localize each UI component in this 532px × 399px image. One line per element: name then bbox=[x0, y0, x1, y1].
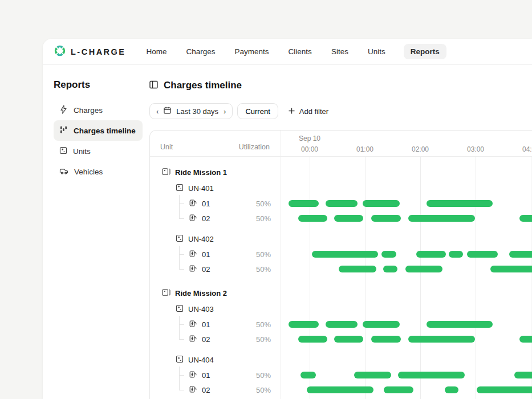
utilization-value: 50% bbox=[256, 265, 271, 274]
unit-row[interactable]: UN-403 bbox=[150, 302, 281, 316]
charge-session-bar[interactable] bbox=[371, 215, 401, 222]
charge-session-bar[interactable] bbox=[289, 200, 319, 207]
top-navigation-bar: L-CHARGE HomeChargesPaymentsClientsSites… bbox=[43, 39, 532, 65]
connector-name: 02 bbox=[202, 386, 210, 394]
unit-row[interactable]: UN-404 bbox=[150, 352, 281, 367]
charge-session-bar[interactable] bbox=[477, 386, 532, 393]
current-button[interactable]: Current bbox=[237, 103, 278, 119]
charge-session-bar[interactable] bbox=[371, 336, 401, 343]
connector-row[interactable]: 0250% bbox=[150, 262, 281, 276]
nav-item-charges[interactable]: Charges bbox=[185, 44, 217, 59]
charge-session-bar[interactable] bbox=[312, 251, 378, 258]
charge-session-bar[interactable] bbox=[384, 386, 413, 393]
table-body: Ride Mission 1UN-4010150%0250%UN-4020150… bbox=[150, 157, 532, 399]
charge-session-bar[interactable] bbox=[519, 336, 532, 343]
charge-session-bar[interactable] bbox=[416, 251, 445, 258]
charge-session-bar[interactable] bbox=[490, 266, 532, 272]
plus-icon bbox=[289, 107, 295, 116]
charge-session-bar[interactable] bbox=[514, 372, 532, 378]
timeline-gridline bbox=[365, 157, 366, 399]
unit-row[interactable]: UN-401 bbox=[150, 181, 281, 196]
charge-session-bar[interactable] bbox=[381, 251, 396, 258]
site-name: Ride Mission 1 bbox=[175, 168, 227, 177]
sidebar-item-charges[interactable]: Charges bbox=[54, 100, 109, 120]
charge-session-bar[interactable] bbox=[334, 215, 363, 222]
connector-row[interactable]: 0250% bbox=[150, 211, 281, 226]
panel-layout-icon bbox=[149, 80, 158, 91]
connector-row[interactable]: 0150% bbox=[150, 247, 281, 262]
connector-name: 02 bbox=[202, 214, 210, 223]
charge-session-bar[interactable] bbox=[339, 266, 376, 272]
sidebar-item-units[interactable]: Units bbox=[54, 141, 98, 161]
connector-icon bbox=[189, 335, 197, 344]
nav-item-clients[interactable]: Clients bbox=[287, 44, 313, 59]
page-title: Charges timeline bbox=[164, 80, 242, 91]
charge-session-bar[interactable] bbox=[405, 266, 442, 272]
page-header: Charges timeline bbox=[149, 78, 532, 93]
brand-logo[interactable]: L-CHARGE bbox=[54, 45, 126, 59]
charge-session-bar[interactable] bbox=[300, 372, 315, 378]
sidebar-item-label: Units bbox=[73, 147, 91, 156]
add-filter-button[interactable]: Add filter bbox=[289, 107, 328, 116]
axis-time-tick: 02:00 bbox=[412, 145, 429, 153]
tree-connector-line bbox=[179, 339, 184, 340]
charge-session-bar[interactable] bbox=[326, 321, 358, 328]
date-range-value[interactable]: Last 30 days bbox=[176, 107, 218, 116]
charge-session-bar[interactable] bbox=[363, 321, 400, 328]
charge-session-bar[interactable] bbox=[509, 251, 532, 258]
charge-session-bar[interactable] bbox=[289, 321, 319, 328]
unit-name: UN-403 bbox=[188, 305, 214, 314]
sidebar-item-charges-timeline[interactable]: Charges timeline bbox=[54, 120, 143, 141]
charge-session-bar[interactable] bbox=[354, 372, 391, 378]
charge-session-bar[interactable] bbox=[298, 336, 327, 343]
timeline-gridline bbox=[310, 157, 310, 399]
tree-connector-line bbox=[179, 316, 180, 339]
unit-row[interactable]: UN-402 bbox=[150, 231, 281, 246]
brand-logo-icon bbox=[54, 45, 66, 59]
utilization-value: 50% bbox=[256, 250, 271, 259]
connector-row[interactable]: 0150% bbox=[150, 368, 281, 382]
charge-session-bar[interactable] bbox=[408, 215, 475, 222]
nav-item-home[interactable]: Home bbox=[145, 44, 168, 59]
timeline-gridline bbox=[531, 157, 531, 399]
sidebar-item-vehicles[interactable]: Vehicles bbox=[54, 161, 109, 182]
timeline-icon bbox=[59, 125, 68, 136]
chevron-right-icon[interactable]: › bbox=[224, 108, 226, 115]
charge-session-bar[interactable] bbox=[383, 266, 397, 272]
charge-session-bar[interactable] bbox=[334, 336, 363, 343]
connector-icon bbox=[189, 264, 197, 274]
charge-session-bar[interactable] bbox=[298, 215, 327, 222]
tree-connector-line bbox=[179, 324, 184, 325]
charge-session-bar[interactable] bbox=[326, 200, 358, 207]
connector-name: 01 bbox=[202, 199, 210, 208]
charge-session-bar[interactable] bbox=[307, 386, 373, 393]
connector-icon bbox=[189, 385, 197, 395]
nav-item-units[interactable]: Units bbox=[367, 44, 387, 59]
charge-session-bar[interactable] bbox=[519, 215, 532, 222]
charge-session-bar[interactable] bbox=[427, 200, 493, 207]
unit-name: UN-402 bbox=[188, 235, 214, 243]
nav-item-sites[interactable]: Sites bbox=[330, 44, 350, 59]
nav-item-payments[interactable]: Payments bbox=[234, 44, 270, 59]
charge-session-bar[interactable] bbox=[398, 372, 464, 378]
axis-time-tick: 03:00 bbox=[467, 145, 484, 153]
charge-session-bar[interactable] bbox=[363, 200, 400, 207]
site-row[interactable]: Ride Mission 2 bbox=[150, 286, 281, 300]
charge-session-bar[interactable] bbox=[467, 251, 497, 258]
timeline-axis-header: Sep 10 00:0001:0002:0003:0004:00 bbox=[281, 131, 532, 156]
nav-item-reports[interactable]: Reports bbox=[404, 44, 446, 59]
utilization-value: 50% bbox=[256, 371, 271, 380]
charge-session-bar[interactable] bbox=[449, 251, 462, 258]
charge-session-bar[interactable] bbox=[445, 386, 458, 393]
connector-row[interactable]: 0150% bbox=[150, 317, 281, 332]
filter-bar: ‹ Last 30 days › Current bbox=[149, 103, 532, 119]
charge-session-bar[interactable] bbox=[408, 336, 475, 343]
connector-row[interactable]: 0250% bbox=[150, 332, 281, 347]
charge-session-bar[interactable] bbox=[427, 321, 493, 328]
connector-row[interactable]: 0250% bbox=[150, 382, 281, 397]
sidebar-title: Reports bbox=[54, 79, 149, 91]
site-row[interactable]: Ride Mission 1 bbox=[150, 165, 281, 180]
brand-wordmark: L-CHARGE bbox=[71, 47, 126, 56]
connector-row[interactable]: 0150% bbox=[150, 196, 281, 211]
chevron-left-icon[interactable]: ‹ bbox=[156, 108, 159, 115]
